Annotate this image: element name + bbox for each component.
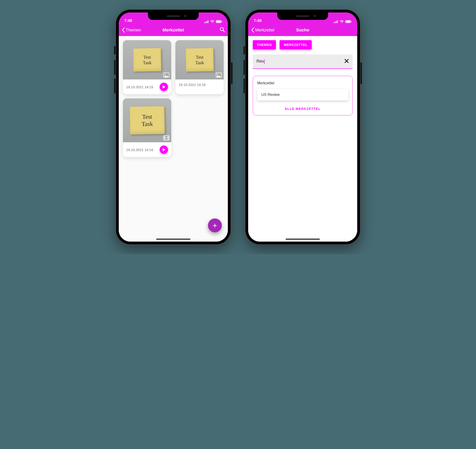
chevron-left-icon xyxy=(251,28,255,33)
note-thumbnail: Test Task xyxy=(123,98,171,142)
back-label: Themen xyxy=(126,28,141,33)
note-thumbnail: Test Task xyxy=(175,40,224,79)
notes-content: Test Task 19.10.2021 14:15 Test Task xyxy=(119,36,228,241)
search-button[interactable] xyxy=(220,27,225,34)
svg-rect-0 xyxy=(204,22,205,23)
search-icon xyxy=(220,27,225,32)
nav-bar: Themen Merkzettel xyxy=(119,24,228,36)
show-all-merkzettel[interactable]: ALLE MERKZETTEL xyxy=(257,107,348,111)
svg-point-10 xyxy=(164,74,165,75)
battery-icon xyxy=(216,20,222,23)
cellular-icon xyxy=(204,20,209,23)
svg-rect-6 xyxy=(221,21,222,22)
svg-rect-26 xyxy=(346,21,350,23)
svg-rect-21 xyxy=(334,22,334,23)
add-button[interactable]: + xyxy=(208,219,222,232)
image-icon xyxy=(216,73,222,78)
home-indicator[interactable] xyxy=(156,239,190,240)
svg-rect-3 xyxy=(208,20,208,23)
result-item-title: UX Review xyxy=(261,93,280,96)
back-label: Merkzettel xyxy=(255,28,274,33)
search-results: Merkzettel UX Review ALLE MERKZETTEL xyxy=(253,76,353,116)
phone-left: 7:49 Themen Merkzettel Test T xyxy=(116,9,231,245)
result-section-title: Merkzettel xyxy=(257,81,348,85)
sticky-note: Test Task xyxy=(186,48,214,72)
svg-rect-27 xyxy=(351,21,352,22)
search-content: THEMEN MERKZETTEL Rev Merkzettel UX Revi… xyxy=(248,36,357,241)
note-timestamp: 19.10.2021 14:15 xyxy=(126,85,153,89)
status-time: 7:49 xyxy=(254,18,261,23)
image-icon xyxy=(163,73,169,78)
note-timestamp: 19.10.2021 14:16 xyxy=(179,83,206,87)
home-indicator[interactable] xyxy=(286,239,320,240)
filter-themen[interactable]: THEMEN xyxy=(253,40,276,50)
svg-rect-1 xyxy=(205,22,206,23)
note-card[interactable]: Test Task 19.10.2021 14:16 xyxy=(175,40,224,94)
chevron-left-icon xyxy=(122,28,125,33)
back-button[interactable]: Merkzettel xyxy=(251,28,274,33)
svg-point-12 xyxy=(217,74,218,75)
svg-rect-23 xyxy=(336,21,337,23)
battery-icon xyxy=(345,20,352,23)
svg-rect-24 xyxy=(337,20,338,23)
wifi-icon xyxy=(340,20,344,23)
search-field[interactable]: Rev xyxy=(253,55,353,69)
note-thumbnail: Test Task xyxy=(123,40,171,79)
device-notch xyxy=(148,12,199,20)
video-icon xyxy=(163,135,169,140)
play-button[interactable] xyxy=(160,83,168,91)
search-input[interactable] xyxy=(256,59,344,64)
note-timestamp: 19.10.2021 14:16 xyxy=(126,148,153,152)
close-icon xyxy=(344,59,349,63)
nav-bar: Merkzettel Suche xyxy=(248,24,357,36)
svg-rect-22 xyxy=(335,22,335,23)
back-button[interactable]: Themen xyxy=(122,28,141,33)
sticky-note: Test Task xyxy=(129,106,164,135)
note-card[interactable]: Test Task 19.10.2021 14:15 xyxy=(123,40,171,94)
status-time: 7:49 xyxy=(124,18,132,23)
phone-right: 7:49 Merkzettel Suche THEMEN MERKZETTEL xyxy=(245,9,360,245)
result-item[interactable]: UX Review xyxy=(257,89,348,101)
clear-search-button[interactable] xyxy=(344,59,349,64)
note-card[interactable]: Test Task 19.10.2021 14:16 xyxy=(123,98,171,157)
cellular-icon xyxy=(334,20,338,23)
filter-merkzettel[interactable]: MERKZETTEL xyxy=(280,40,312,50)
svg-rect-2 xyxy=(207,21,207,23)
device-notch xyxy=(277,12,328,20)
sticky-note: Test Task xyxy=(133,48,161,72)
wifi-icon xyxy=(210,20,215,23)
play-button[interactable] xyxy=(160,146,168,154)
svg-rect-5 xyxy=(216,21,221,23)
svg-line-8 xyxy=(223,30,225,32)
plus-icon: + xyxy=(213,221,217,230)
